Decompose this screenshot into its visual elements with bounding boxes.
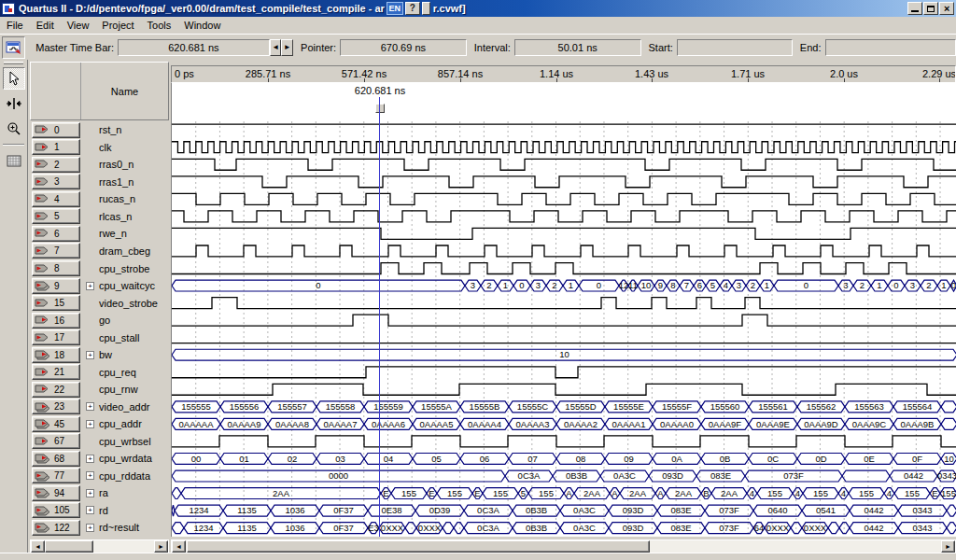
signal-select-button[interactable]: 122: [32, 520, 80, 536]
signal-select-button[interactable]: 23: [32, 399, 80, 414]
signal-name: video_addr: [99, 401, 149, 413]
ruler-tick: [748, 78, 749, 82]
waveform-canvas[interactable]: 0321032101211109876543210321032101015555…: [171, 121, 956, 537]
waveform-edit-tool-button[interactable]: [3, 92, 25, 115]
signal-select-button[interactable]: 18: [32, 347, 80, 363]
selection-tool-button[interactable]: [3, 67, 25, 90]
pointer-label: Pointer:: [301, 42, 336, 53]
signal-select-button[interactable]: 17: [32, 329, 80, 345]
svg-text:0AAAA6: 0AAAA6: [372, 419, 405, 429]
signal-select-button[interactable]: 68: [32, 451, 80, 467]
zoom-tool-button[interactable]: [3, 118, 25, 140]
menu-view[interactable]: View: [61, 18, 96, 33]
expand-icon[interactable]: +: [86, 471, 94, 480]
wave-scroll-thumb[interactable]: [187, 540, 650, 553]
svg-text:155: 155: [813, 488, 828, 498]
signal-select-button[interactable]: 16: [32, 313, 80, 329]
scroll-left-icon[interactable]: ◄: [31, 540, 45, 553]
signal-select-button[interactable]: 1: [32, 139, 80, 155]
expand-icon[interactable]: +: [86, 420, 94, 428]
signal-name: rras1_n: [99, 176, 134, 188]
signal-select-button[interactable]: 15: [32, 295, 80, 311]
close-button[interactable]: ×: [939, 2, 954, 15]
signal-number: 77: [54, 470, 64, 481]
expand-icon[interactable]: +: [86, 282, 94, 290]
signal-select-button[interactable]: 22: [32, 382, 80, 398]
signal-number: 5: [54, 211, 60, 221]
scroll-left-icon[interactable]: ◄: [172, 540, 186, 553]
signal-select-button[interactable]: 0: [32, 122, 80, 138]
svg-text:0AAA9E: 0AAA9E: [756, 419, 790, 429]
menu-window[interactable]: Window: [177, 18, 227, 33]
signal-select-button[interactable]: 9: [32, 278, 80, 294]
full-screen-tool-button[interactable]: [3, 149, 25, 172]
expand-icon[interactable]: +: [86, 351, 94, 359]
signal-select-button[interactable]: 77: [32, 468, 80, 483]
expand-icon[interactable]: +: [86, 524, 94, 532]
ruler-tick: [844, 78, 845, 82]
svg-text:05: 05: [431, 454, 442, 464]
toolbar-grip[interactable]: [4, 62, 23, 64]
menu-tools[interactable]: Tools: [141, 18, 178, 33]
signal-select-button[interactable]: 3: [32, 174, 80, 189]
time-bar-handle[interactable]: [375, 104, 385, 113]
signal-select-button[interactable]: 105: [32, 502, 80, 518]
svg-text:073F: 073F: [719, 523, 739, 533]
svg-text:155: 155: [539, 488, 554, 498]
signal-select-button[interactable]: 7: [32, 243, 80, 259]
scroll-right-icon[interactable]: ►: [154, 540, 168, 553]
wave-rwe_n: [172, 228, 956, 239]
start-field[interactable]: [677, 39, 793, 56]
expand-icon[interactable]: +: [86, 489, 94, 497]
language-help-icon[interactable]: ?: [405, 2, 420, 15]
waveform-editor-button[interactable]: [2, 36, 25, 59]
menu-file[interactable]: File: [0, 18, 30, 33]
signal-select-button[interactable]: 94: [32, 485, 80, 501]
master-time-bar-field[interactable]: 620.681 ns: [118, 39, 270, 56]
signal-select-button[interactable]: 67: [32, 433, 80, 449]
timeline-ruler[interactable]: 0 ps285.71 ns571.42 ns857.14 ns1.14 us1.…: [171, 65, 956, 83]
expand-icon[interactable]: +: [86, 402, 94, 411]
svg-text:15555E: 15555E: [613, 401, 644, 412]
svg-text:1234: 1234: [193, 523, 213, 533]
svg-text:0F37: 0F37: [333, 523, 354, 533]
language-bar-handle-icon[interactable]: [422, 2, 430, 15]
svg-text:083E: 083E: [710, 470, 731, 481]
signal-select-button[interactable]: 2: [32, 157, 80, 173]
output-bus-icon: [35, 487, 51, 498]
end-field[interactable]: [825, 39, 956, 56]
name-scroll-thumb[interactable]: [45, 540, 93, 553]
master-time-bar-cursor[interactable]: [379, 97, 380, 537]
restore-button[interactable]: [923, 2, 938, 15]
svg-text:093D: 093D: [662, 470, 683, 481]
svg-text:0442: 0442: [864, 523, 883, 533]
title-bar[interactable]: Quartus II - D:/d/pentevo/fpga/_ver0.00/…: [0, 0, 956, 17]
svg-text:155562: 155562: [807, 401, 836, 412]
signal-number: 67: [54, 436, 64, 446]
menu-bar: File Edit View Project Tools Window: [0, 17, 956, 34]
time-bar-next-button[interactable]: ►: [281, 39, 293, 56]
signal-select-button[interactable]: 4: [32, 191, 80, 207]
time-bar-strip[interactable]: 620.681 ns: [171, 83, 956, 121]
menu-project[interactable]: Project: [95, 18, 140, 33]
expand-icon[interactable]: +: [86, 455, 94, 463]
scroll-right-icon[interactable]: ►: [941, 540, 955, 553]
signal-select-button[interactable]: 45: [32, 416, 80, 432]
language-indicator[interactable]: EN: [387, 2, 403, 15]
wave-video_addr: 15555515555615555715555815555915555A1555…: [172, 401, 956, 413]
minimize-button[interactable]: [907, 2, 922, 15]
signal-name: cpu_wrdata: [99, 453, 152, 464]
time-bar-prev-button[interactable]: ◄: [270, 39, 282, 56]
expand-icon[interactable]: +: [86, 506, 94, 514]
edge-edit-icon: [6, 97, 22, 110]
waveform-scrollbar[interactable]: ◄ ►: [171, 539, 956, 553]
pointer-field: 670.69 ns: [340, 39, 467, 56]
signal-select-button[interactable]: 6: [32, 226, 80, 242]
signal-select-button[interactable]: 21: [32, 364, 80, 380]
time-bar-toolbar: Master Time Bar: 620.681 ns ◄ ► Pointer:…: [0, 34, 956, 60]
signal-select-button[interactable]: 8: [32, 260, 80, 276]
signal-select-button[interactable]: 5: [32, 208, 80, 224]
svg-text:1036: 1036: [285, 523, 304, 533]
name-panel-scrollbar[interactable]: ◄ ►: [30, 539, 169, 553]
menu-edit[interactable]: Edit: [30, 18, 61, 33]
